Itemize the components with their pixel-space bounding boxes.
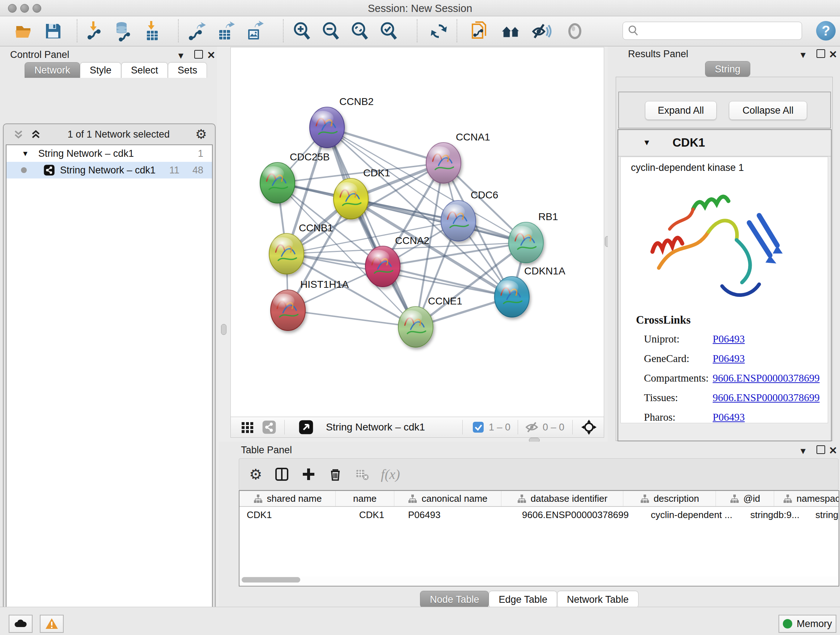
column-header-databaseidentifier[interactable]: database identifier <box>501 491 623 506</box>
import-network-database-button[interactable] <box>113 21 134 42</box>
panel-close-icon[interactable]: ✕ <box>829 49 837 60</box>
toolbar-divider <box>518 420 518 434</box>
scrollbar-thumb[interactable] <box>242 577 300 583</box>
column-label: description <box>654 493 699 504</box>
network-canvas[interactable]: CCNB2CCNA1CDC25BCDK1CDC6RB1CCNB1CCNA2CDK… <box>231 47 604 417</box>
table-cell[interactable]: stringdb:9... <box>743 507 808 523</box>
table-options-gear-icon[interactable]: ⚙ <box>249 466 262 483</box>
open-session-button[interactable] <box>14 21 35 42</box>
delete-column-icon[interactable] <box>327 466 343 482</box>
zoom-in-button[interactable] <box>292 21 313 42</box>
selected-checkbox-icon[interactable] <box>472 421 485 433</box>
table-cell[interactable]: P06493 <box>401 507 515 523</box>
table-toolbar: ⚙ f(x) <box>239 458 838 490</box>
collection-expand-icon[interactable]: ▼ <box>22 149 29 158</box>
column-header-id[interactable]: @id <box>716 491 774 506</box>
add-column-icon[interactable] <box>301 466 317 482</box>
zoom-fit-button[interactable] <box>349 21 370 42</box>
enhanced-graphics-button[interactable] <box>531 21 552 42</box>
column-header-namespace[interactable]: namespace <box>774 491 839 506</box>
memory-button[interactable]: Memory <box>778 615 836 633</box>
import-network-file-button[interactable] <box>84 21 105 42</box>
show-columns-icon[interactable] <box>274 466 290 482</box>
export-table-button[interactable] <box>215 21 236 42</box>
table-hscrollbar[interactable] <box>240 576 837 584</box>
tab-sets[interactable]: Sets <box>168 62 207 78</box>
tab-select[interactable]: Select <box>121 62 168 78</box>
network-view-title: String Network – cdk1 <box>326 421 425 433</box>
table-cell[interactable]: 9606.ENSP00000378699 <box>515 507 644 523</box>
collapse-all-icon[interactable] <box>12 128 25 141</box>
tab-network[interactable]: Network <box>25 62 80 78</box>
network-row[interactable]: String Network – cdk1 11 48 <box>6 162 212 179</box>
panel-float-icon[interactable]: ▼ <box>177 51 185 61</box>
cdk1-entry-header[interactable]: ▼ CDK1 <box>618 130 831 157</box>
network-graph[interactable]: CCNB2CCNA1CDC25BCDK1CDC6RB1CCNB1CCNA2CDK… <box>231 48 604 417</box>
panel-maximize-icon[interactable] <box>194 50 203 61</box>
panel-float-icon[interactable]: ▼ <box>799 446 807 456</box>
node-CCNE1[interactable]: CCNE1 <box>398 295 462 347</box>
tab-edge-table[interactable]: Edge Table <box>489 591 557 608</box>
panel-float-icon[interactable]: ▼ <box>799 50 807 60</box>
column-header-canonicalname[interactable]: canonical name <box>394 491 501 506</box>
node-RB1[interactable]: RB1 <box>508 211 558 263</box>
import-table-file-button[interactable] <box>142 21 163 42</box>
table-cell[interactable]: CDK1 <box>240 507 343 523</box>
zoom-out-button[interactable] <box>321 21 341 42</box>
tab-node-table[interactable]: Node Table <box>420 591 489 608</box>
crosslink-link[interactable]: 9606.ENSP00000378699 <box>713 372 820 384</box>
hidden-eye-slash-icon[interactable] <box>524 420 539 434</box>
search-field <box>622 22 802 40</box>
string-document-button[interactable] <box>469 21 490 42</box>
table-cell[interactable]: stringdb <box>808 507 839 523</box>
table-cell[interactable]: cyclin-dependent ... <box>644 507 743 523</box>
edge-CCNB2-CCNE1[interactable] <box>327 127 416 327</box>
column-header-name[interactable]: name <box>336 491 394 506</box>
crosslink-link[interactable]: P06493 <box>713 333 745 345</box>
node-CDKN1A[interactable]: CDKN1A <box>494 265 565 317</box>
column-header-description[interactable]: description <box>623 491 716 506</box>
export-image-button[interactable] <box>244 21 265 42</box>
cloud-button[interactable] <box>9 615 33 633</box>
expand-all-button[interactable]: Expand All <box>645 101 717 120</box>
save-session-button[interactable] <box>43 21 64 42</box>
panel-close-icon[interactable]: ✕ <box>207 49 215 61</box>
crosslink-link[interactable]: P06493 <box>713 411 745 423</box>
tab-network-table[interactable]: Network Table <box>557 591 638 608</box>
network-collection-row[interactable]: ▼ String Network – cdk1 1 <box>6 145 212 162</box>
node-HIST1H1A[interactable]: HIST1H1A <box>271 279 349 331</box>
refresh-button[interactable] <box>428 21 449 42</box>
node-CCNA1[interactable]: CCNA1 <box>426 131 490 183</box>
panel-maximize-icon[interactable] <box>816 445 825 456</box>
splitter-handle[interactable] <box>221 324 226 335</box>
grid-view-icon[interactable] <box>240 420 255 434</box>
search-input[interactable] <box>643 25 802 37</box>
results-tab-string[interactable]: String <box>705 61 750 77</box>
birds-eye-view-icon[interactable] <box>581 419 597 435</box>
entry-collapse-icon[interactable]: ▼ <box>643 138 651 147</box>
edge-HIST1H1A-CCNE1[interactable] <box>288 310 416 327</box>
zoom-selected-button[interactable] <box>378 21 399 42</box>
collapse-all-button[interactable]: Collapse All <box>729 101 807 120</box>
network-options-gear-icon[interactable]: ⚙ <box>195 127 207 142</box>
open-in-window-icon[interactable] <box>298 420 314 435</box>
column-header-sharedname[interactable]: shared name <box>240 491 336 506</box>
export-network-button[interactable] <box>186 21 207 42</box>
warning-button[interactable] <box>40 615 64 633</box>
toolbar-divider <box>572 420 573 434</box>
help-button[interactable]: ? <box>816 21 836 41</box>
table-row[interactable]: CDK1CDK1P064939606.ENSP00000378699cyclin… <box>240 507 838 523</box>
table-cell[interactable]: CDK1 <box>343 507 401 523</box>
panel-maximize-icon[interactable] <box>816 49 825 60</box>
panel-close-icon[interactable]: ✕ <box>829 445 837 456</box>
share-view-icon[interactable] <box>262 420 276 434</box>
string-home-button[interactable] <box>501 21 522 42</box>
eye-disabled-button[interactable] <box>564 21 585 42</box>
edge-CCNA2-CDKN1A[interactable] <box>383 266 512 297</box>
tab-style[interactable]: Style <box>80 62 121 78</box>
expand-all-icon[interactable] <box>30 128 42 141</box>
crosslink-label: Pharos: <box>644 411 713 423</box>
crosslink-link[interactable]: 9606.ENSP00000378699 <box>713 392 820 403</box>
crosslink-link[interactable]: P06493 <box>713 353 745 364</box>
edge-CCNB2-CCNA1[interactable] <box>327 127 444 163</box>
